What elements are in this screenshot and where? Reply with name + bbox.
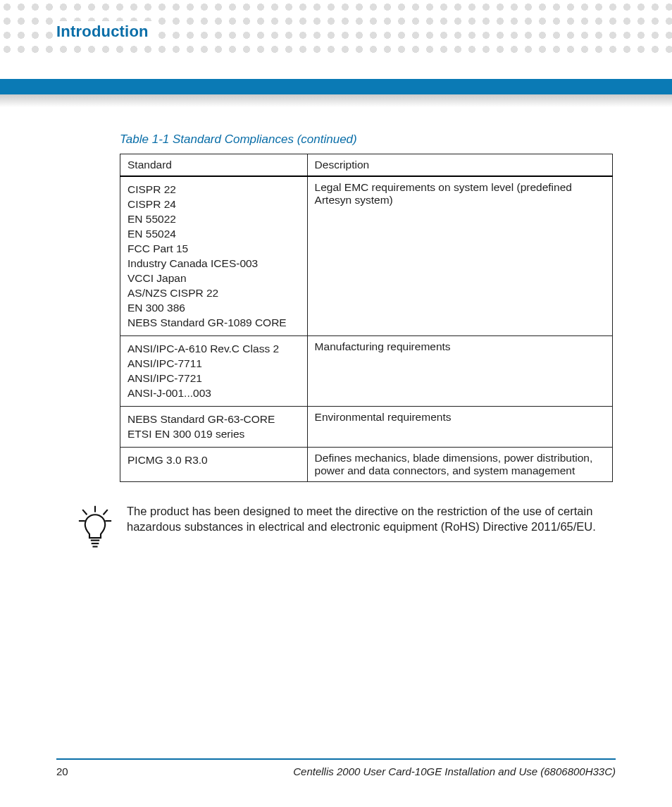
standard-item: EN 300 386 xyxy=(127,302,300,314)
lightbulb-icon xyxy=(76,505,114,550)
table-col-description: Description xyxy=(307,154,612,177)
content-area: Table 1-1 Standard Compliances (continue… xyxy=(56,127,616,550)
table-header-row: Standard Description xyxy=(120,154,613,177)
note-block: The product has been designed to meet th… xyxy=(76,503,616,550)
section-heading: Introduction xyxy=(56,21,153,42)
standard-item: EN 55022 xyxy=(127,213,300,226)
table-row: PICMG 3.0 R3.0Defines mechanics, blade d… xyxy=(120,448,613,482)
footer-rule xyxy=(56,758,616,760)
page-footer: 20 Centellis 2000 User Card-10GE Install… xyxy=(56,758,616,777)
note-text: The product has been designed to meet th… xyxy=(127,503,613,535)
standard-item: ANSI/IPC-A-610 Rev.C Class 2 xyxy=(127,343,300,355)
footer-line: 20 Centellis 2000 User Card-10GE Install… xyxy=(56,765,616,777)
standards-table: Standard Description CISPR 22CISPR 24EN … xyxy=(120,154,613,482)
table-row: ANSI/IPC-A-610 Rev.C Class 2ANSI/IPC-771… xyxy=(120,336,613,407)
header-blue-bar xyxy=(0,79,672,94)
header-shadow xyxy=(0,94,672,107)
table-cell-standard: ANSI/IPC-A-610 Rev.C Class 2ANSI/IPC-771… xyxy=(120,336,308,407)
table-cell-description: Environmental requirements xyxy=(307,407,612,448)
standard-item: EN 55024 xyxy=(127,228,300,240)
standard-item: CISPR 24 xyxy=(127,198,300,211)
table-col-standard: Standard xyxy=(120,154,308,177)
standard-item: ANSI/IPC-7721 xyxy=(127,372,300,385)
footer-doc-title: Centellis 2000 User Card-10GE Installati… xyxy=(293,765,616,777)
standard-item: FCC Part 15 xyxy=(127,242,300,255)
standard-item: ETSI EN 300 019 series xyxy=(127,428,300,441)
table-caption: Table 1-1 Standard Compliances (continue… xyxy=(120,133,616,147)
table-cell-standard: NEBS Standard GR-63-COREETSI EN 300 019 … xyxy=(120,407,308,448)
standard-item: NEBS Standard GR-63-CORE xyxy=(127,413,300,426)
table-cell-description: Defines mechanics, blade dimensions, pow… xyxy=(307,448,612,482)
standard-item: ANSI-J-001...003 xyxy=(127,387,300,400)
svg-line-2 xyxy=(104,510,108,515)
page-number: 20 xyxy=(56,765,68,777)
standard-item: Industry Canada ICES-003 xyxy=(127,257,300,270)
svg-line-1 xyxy=(82,510,87,515)
table-cell-description: Manufacturing requirements xyxy=(307,336,612,407)
document-page: Introduction Table 1-1 Standard Complian… xyxy=(0,0,672,807)
table-cell-standard: PICMG 3.0 R3.0 xyxy=(120,448,308,482)
table-cell-standard: CISPR 22CISPR 24EN 55022EN 55024FCC Part… xyxy=(120,176,308,336)
standard-item: ANSI/IPC-7711 xyxy=(127,357,300,370)
standard-item: CISPR 22 xyxy=(127,183,300,196)
standard-item: PICMG 3.0 R3.0 xyxy=(127,454,300,467)
standard-item: VCCI Japan xyxy=(127,272,300,285)
table-row: CISPR 22CISPR 24EN 55022EN 55024FCC Part… xyxy=(120,176,613,336)
standard-item: NEBS Standard GR-1089 CORE xyxy=(127,316,300,329)
table-cell-description: Legal EMC requirements on system level (… xyxy=(307,176,612,336)
table-row: NEBS Standard GR-63-COREETSI EN 300 019 … xyxy=(120,407,613,448)
standard-item: AS/NZS CISPR 22 xyxy=(127,287,300,300)
